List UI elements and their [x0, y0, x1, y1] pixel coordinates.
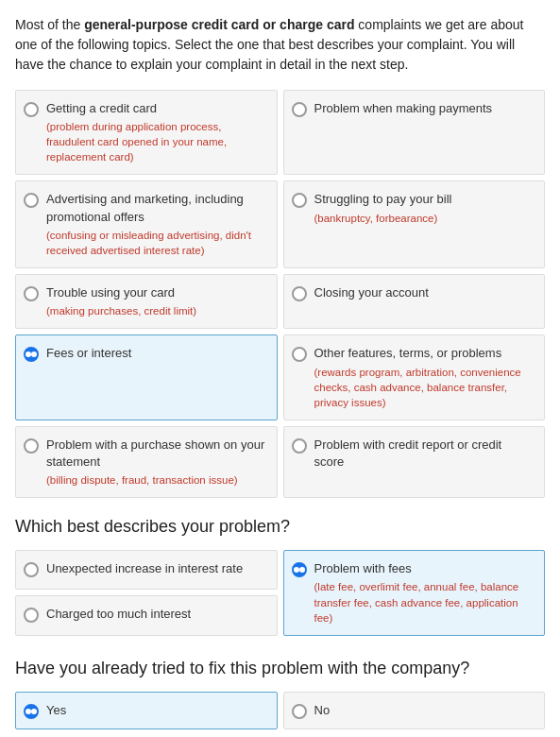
radio-fix1 [24, 704, 39, 719]
option-label-opt9: Other features, terms, or problems(rewar… [314, 345, 535, 409]
section3-title: Have you already tried to fix this probl… [15, 659, 545, 678]
option-label-sub2: Problem with fees(late fee, overlimit fe… [314, 560, 535, 625]
option-item-sub2[interactable]: Problem with fees(late fee, overlimit fe… [283, 550, 546, 635]
option-item-opt6[interactable]: Problem when making payments [283, 90, 546, 175]
option-subtext-sub2: (late fee, overlimit fee, annual fee, ba… [314, 579, 535, 625]
option-subtext-opt2: (confusing or misleading advertising, di… [46, 228, 267, 258]
option-label-sub3: Charged too much interest [46, 606, 191, 623]
option-item-opt5[interactable]: Problem with a purchase shown on your st… [15, 426, 278, 498]
radio-sub2 [292, 562, 307, 577]
radio-opt9 [292, 347, 307, 362]
section1-options-grid: Getting a credit card(problem during app… [15, 90, 545, 498]
option-label-opt1: Getting a credit card(problem during app… [46, 100, 267, 164]
option-label-opt10: Problem with credit report or credit sco… [314, 437, 535, 471]
option-subtext-opt1: (problem during application process, fra… [46, 119, 267, 164]
option-subtext-opt3: (making purchases, credit limit) [46, 303, 196, 318]
option-item-sub3[interactable]: Charged too much interest [15, 595, 278, 635]
radio-opt1 [24, 102, 39, 117]
radio-opt10 [292, 438, 307, 454]
radio-opt4 [24, 347, 39, 362]
radio-opt6 [292, 102, 307, 117]
option-label-opt4: Fees or interest [46, 345, 131, 362]
radio-opt2 [24, 193, 39, 208]
option-item-fix2[interactable]: No [283, 692, 546, 729]
option-subtext-opt5: (billing dispute, fraud, transaction iss… [46, 472, 267, 488]
option-label-fix1: Yes [46, 702, 66, 719]
option-item-opt2[interactable]: Advertising and marketing, including pro… [15, 180, 278, 268]
option-item-opt9[interactable]: Other features, terms, or problems(rewar… [283, 334, 546, 420]
option-label-opt2: Advertising and marketing, including pro… [46, 191, 267, 258]
option-item-sub1[interactable]: Unexpected increase in interest rate [15, 550, 278, 590]
radio-sub3 [24, 608, 39, 623]
option-item-opt4[interactable]: Fees or interest [15, 334, 278, 420]
radio-sub1 [24, 562, 39, 577]
section2-title: Which best describes your problem? [15, 517, 545, 537]
option-label-sub1: Unexpected increase in interest rate [46, 560, 243, 577]
intro-text: Most of the general-purpose credit card … [15, 15, 545, 75]
option-subtext-opt7: (bankruptcy, forbearance) [314, 211, 452, 226]
option-label-opt5: Problem with a purchase shown on your st… [46, 437, 267, 488]
option-label-opt6: Problem when making payments [314, 100, 493, 117]
option-subtext-opt9: (rewards program, arbitration, convenien… [314, 365, 535, 410]
option-label-opt7: Struggling to pay your bill(bankruptcy, … [314, 191, 452, 225]
option-item-fix1[interactable]: Yes [15, 692, 278, 729]
radio-opt3 [24, 286, 39, 301]
option-label-opt3: Trouble using your card(making purchases… [46, 284, 196, 318]
section3-options-grid: YesNo [15, 692, 545, 729]
option-item-opt3[interactable]: Trouble using your card(making purchases… [15, 274, 278, 329]
option-label-opt8: Closing your account [314, 284, 429, 301]
option-item-opt7[interactable]: Struggling to pay your bill(bankruptcy, … [283, 180, 546, 268]
option-item-opt8[interactable]: Closing your account [283, 274, 546, 329]
radio-opt5 [24, 438, 39, 454]
radio-opt7 [292, 193, 307, 208]
option-label-fix2: No [314, 702, 331, 719]
radio-fix2 [292, 704, 307, 719]
option-item-opt10[interactable]: Problem with credit report or credit sco… [283, 426, 546, 498]
section2: Which best describes your problem? Unexp… [15, 517, 545, 635]
radio-opt8 [292, 286, 307, 301]
section3: Have you already tried to fix this probl… [15, 659, 545, 729]
option-item-opt1[interactable]: Getting a credit card(problem during app… [15, 90, 278, 175]
section2-options-grid: Unexpected increase in interest rateProb… [15, 550, 545, 635]
